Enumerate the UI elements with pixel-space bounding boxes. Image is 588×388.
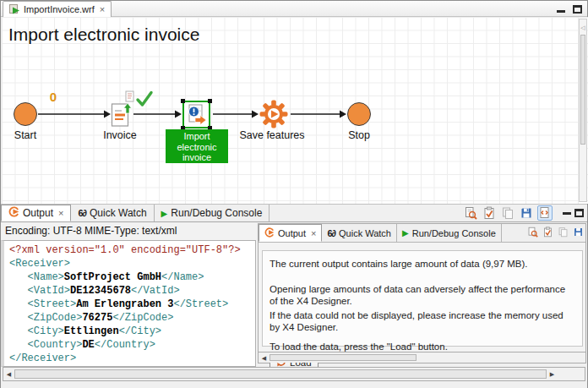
- start-node-label: Start: [2, 129, 49, 141]
- tab-output-close-icon[interactable]: ×: [58, 208, 63, 218]
- import-label-line1: Import: [166, 131, 228, 142]
- import-label-line3: invoice: [166, 152, 228, 163]
- save-output-icon[interactable]: [519, 205, 534, 221]
- validate-output-icon[interactable]: [482, 205, 497, 221]
- nested-tab-quick-watch[interactable]: 6∂ Quick Watch: [322, 224, 397, 242]
- nested-tab-run-debug-console[interactable]: ▶ Run/Debug Console: [397, 224, 502, 242]
- xml-line: <Receiver>: [9, 257, 255, 271]
- collapse-arrow-icon[interactable]: ◁: [580, 25, 586, 31]
- message-line-4: To load the data, press the "Load" butto…: [270, 341, 575, 352]
- xml-line: <Street>Am Erlengraben 3</Street>: [9, 298, 255, 311]
- tab-output[interactable]: Output ×: [1, 205, 71, 221]
- selection-handle[interactable]: [208, 99, 212, 103]
- output-icon: [264, 227, 275, 239]
- validate-output-icon[interactable]: [542, 226, 554, 238]
- designer-window: ImportInvoice.wrf × Import electronic in…: [0, 0, 588, 388]
- tab-run-debug-console[interactable]: ▶ Run/Debug Console: [155, 205, 270, 221]
- large-data-message-box: The current output contains large amount…: [262, 250, 583, 347]
- quick-watch-icon: 6∂: [327, 228, 335, 238]
- xml-code[interactable]: <?xml version="1.0" encoding="UTF-8"?><R…: [1, 240, 256, 367]
- save-output-icon[interactable]: [572, 226, 585, 238]
- selection-handle[interactable]: [181, 99, 185, 103]
- start-node[interactable]: [14, 102, 37, 126]
- window-bottom-strip: [1, 381, 587, 388]
- stop-node[interactable]: [347, 102, 371, 126]
- maximize-icon[interactable]: [573, 5, 582, 14]
- xml-line: <?xml version="1.0" encoding="UTF-8"?>: [9, 243, 255, 257]
- stop-node-label: Stop: [337, 129, 381, 141]
- encoding-info: Encoding: UTF-8 MIME-Type: text/xml: [1, 222, 256, 240]
- edge-counter-badge: 0: [44, 90, 63, 104]
- editor-tab-close-icon[interactable]: ×: [100, 4, 105, 14]
- nested-tab-quick-watch-label: Quick Watch: [339, 228, 391, 238]
- scroll-right-icon[interactable]: ▶: [547, 371, 558, 377]
- scrollbar-thumb[interactable]: [14, 369, 547, 379]
- xml-line: </Receiver>: [9, 352, 255, 365]
- xml-line: <Country>DE</Country>: [9, 338, 255, 352]
- message-line-1: The current output contains large amount…: [270, 258, 575, 270]
- message-line-3: If the data could not be displayed, plea…: [270, 309, 575, 333]
- nested-tab-output-close-icon[interactable]: ×: [311, 228, 316, 238]
- preview-output-icon[interactable]: [526, 226, 539, 238]
- nested-tab-run-debug-label: Run/Debug Console: [412, 228, 496, 238]
- xml-line: <Name>SoftProject GmbH</Name>: [9, 271, 255, 284]
- scroll-left-icon[interactable]: ◀: [3, 371, 14, 377]
- editor-tab-label: ImportInvoice.wrf: [24, 4, 95, 14]
- scroll-left-icon[interactable]: ◀: [259, 355, 270, 361]
- view-minimize-icon[interactable]: [563, 212, 571, 215]
- message-line-2: Opening large amounts of data can advers…: [270, 283, 575, 307]
- minimize-icon[interactable]: [557, 10, 565, 13]
- canvas-vertical-scrollbar[interactable]: ◁: [579, 19, 587, 202]
- tab-output-label: Output: [23, 207, 53, 219]
- preview-output-icon[interactable]: [463, 205, 478, 221]
- tab-quick-watch-label: Quick Watch: [90, 207, 147, 219]
- import-node-selected[interactable]: [182, 101, 210, 128]
- bottom-horizontal-scrollbar[interactable]: ◀ ▶: [3, 367, 585, 381]
- invoice-document-icon: [111, 101, 133, 128]
- nested-tab-output-label: Output: [278, 228, 306, 238]
- nested-output-tabbar: Output × 6∂ Quick Watch ▶ Run/Debug Cons…: [259, 224, 585, 243]
- run-icon: ▶: [161, 209, 168, 218]
- invoice-node[interactable]: [111, 101, 133, 131]
- large-data-message-area: The current output contains large amount…: [259, 243, 585, 352]
- nested-output-pane: Output × 6∂ Quick Watch ▶ Run/Debug Cons…: [258, 223, 586, 363]
- output-icon: [8, 206, 19, 220]
- workflow-file-icon: [9, 3, 20, 16]
- view-maximize-icon[interactable]: [574, 209, 584, 217]
- gear-icon: [259, 99, 289, 129]
- copy-output-icon[interactable]: [500, 205, 515, 221]
- invoice-status-badge-icon: [125, 90, 134, 105]
- run-icon: ▶: [402, 228, 409, 238]
- import-node-label: Import electronic invoice: [166, 129, 228, 163]
- xml-line: <VatId>DE12345678</VatId>: [9, 284, 255, 298]
- workflow-canvas[interactable]: Import electronic invoice 0 Start Invo: [2, 17, 588, 204]
- tab-quick-watch[interactable]: 6∂ Quick Watch: [71, 205, 154, 221]
- import-label-line2: electronic: [166, 142, 228, 153]
- scrollbar-thumb[interactable]: [580, 35, 585, 145]
- flow-connectors: [2, 17, 588, 204]
- save-features-node-label: Save features: [237, 129, 308, 141]
- output-view-toolbar: [463, 205, 584, 221]
- copy-output-icon[interactable]: [557, 226, 569, 238]
- nested-pane-horizontal-scrollbar[interactable]: ◀: [259, 352, 585, 363]
- output-pane: Encoding: UTF-8 MIME-Type: text/xml <?xm…: [1, 222, 256, 367]
- xml-line: <ZipCode>76275</ZipCode>: [9, 311, 255, 325]
- quick-watch-icon: 6∂: [78, 208, 86, 218]
- tab-importinvoice-wrf[interactable]: ImportInvoice.wrf ×: [3, 1, 112, 17]
- open-in-editor-icon[interactable]: [537, 205, 553, 221]
- editor-tabbar: ImportInvoice.wrf ×: [1, 1, 587, 17]
- invoice-node-label: Invoice: [96, 129, 144, 141]
- import-invoice-icon: [186, 104, 208, 126]
- tab-run-debug-label: Run/Debug Console: [171, 207, 262, 219]
- save-features-node[interactable]: [259, 99, 289, 132]
- success-check-icon: [134, 89, 155, 112]
- xml-line: <City>Ettlingen</City>: [9, 325, 255, 338]
- nested-tab-output[interactable]: Output ×: [259, 224, 322, 242]
- scrollbar-thumb[interactable]: [270, 354, 416, 361]
